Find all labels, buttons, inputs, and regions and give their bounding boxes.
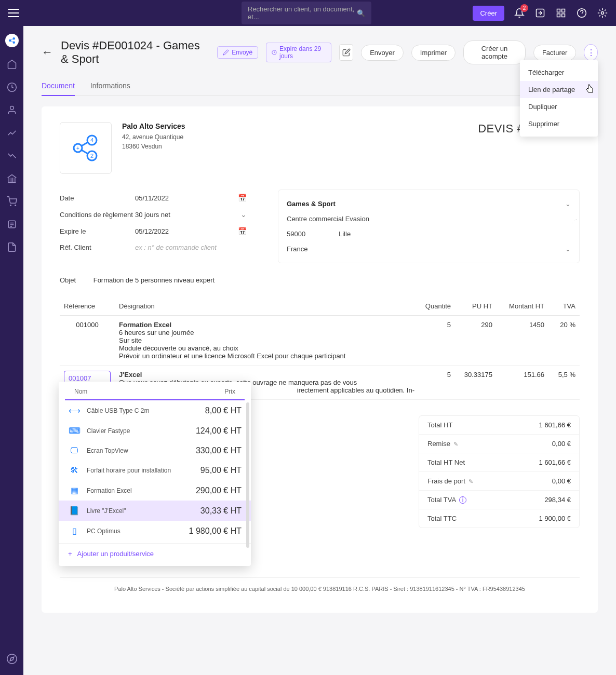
date-value[interactable]: 05/11/2022 <box>135 194 238 202</box>
help-icon[interactable] <box>576 7 587 19</box>
terms-value[interactable]: 30 jours net <box>135 211 240 219</box>
chevron-down-icon[interactable]: ⌄ <box>240 210 247 219</box>
print-button[interactable]: Imprimer <box>411 45 456 61</box>
dashboard-icon[interactable] <box>6 82 18 93</box>
edit-icon[interactable]: ✎ <box>468 478 473 484</box>
client-postal[interactable]: 59000 <box>287 230 339 238</box>
company-name: Palo Alto Services <box>122 122 185 130</box>
autocomplete-panel: Nom Prix ⟷Câble USB Type C 2m8,00 € HT ⌨… <box>59 382 251 566</box>
tabs: Document Informations Reste à <box>42 76 598 96</box>
line-title: Formation Excel <box>119 321 414 329</box>
tab-document[interactable]: Document <box>42 76 75 96</box>
cell-unit[interactable]: 30.33175 <box>455 366 497 400</box>
bank-icon[interactable] <box>6 173 18 184</box>
edit-icon[interactable]: ✎ <box>453 441 458 447</box>
cell-tva[interactable]: 20 % <box>548 316 580 366</box>
search-placeholder: Rechercher un client, un document, et... <box>248 5 357 21</box>
objet-label: Objet <box>60 276 76 284</box>
cell-qty[interactable]: 5 <box>419 366 455 400</box>
menu-item-download[interactable]: Télécharger <box>520 64 598 81</box>
ac-item-name: Formation Excel <box>87 487 132 494</box>
trending-icon[interactable] <box>6 150 18 161</box>
cell-ref[interactable]: 001000 <box>60 316 115 366</box>
client-city[interactable]: Lille <box>339 230 351 238</box>
svg-line-10 <box>10 39 13 40</box>
more-button[interactable]: ⋮ <box>584 44 598 61</box>
invoice-button[interactable]: Facturer <box>533 45 576 61</box>
objet-value[interactable]: Formation de 5 personnes niveau expert <box>93 276 215 284</box>
search-input[interactable]: Rechercher un client, un document, et...… <box>242 2 371 24</box>
users-icon[interactable] <box>6 104 18 116</box>
list-item[interactable]: ▯PC Optimus1 980,00 € HT <box>59 521 251 541</box>
file-icon[interactable] <box>6 241 18 253</box>
expire-value[interactable]: 05/12/2022 <box>135 227 238 235</box>
back-arrow-icon[interactable]: ← <box>42 46 53 59</box>
list-item[interactable]: 🛠Forfait horaire pour installation95,00 … <box>59 461 251 480</box>
cell-unit[interactable]: 290 <box>455 316 497 366</box>
info-icon[interactable]: i <box>459 496 466 504</box>
status-expire-label: Expire dans 29 jours <box>279 45 326 60</box>
cell-tva[interactable]: 5,5 % <box>548 366 580 400</box>
cell-qty[interactable]: 5 <box>419 316 455 366</box>
list-item[interactable]: ⌨Clavier Fastype124,00 € HT <box>59 421 251 441</box>
export-icon[interactable] <box>534 7 546 19</box>
menu-item-duplicate[interactable]: Dupliquer <box>520 98 598 115</box>
th-unit: PU HT <box>455 297 497 316</box>
svg-point-8 <box>12 37 15 40</box>
objet-row: Objet Formation de 5 personnes niveau ex… <box>60 276 580 284</box>
client-name[interactable]: Games & Sport <box>287 200 336 208</box>
plus-icon: + <box>68 550 72 558</box>
cell-desig[interactable]: Formation Excel 6 heures sur une journée… <box>115 316 419 366</box>
send-button[interactable]: Envoyer <box>361 45 404 61</box>
shipping-label: Frais de port✎ <box>427 477 473 485</box>
activity-icon[interactable] <box>6 127 18 139</box>
usb-icon: ⟷ <box>68 406 81 415</box>
status-badge-sent: Envoyé <box>217 46 258 59</box>
create-button[interactable]: Créer <box>473 6 504 21</box>
deposit-button[interactable]: Créer un acompte <box>463 40 526 64</box>
notification-badge: 2 <box>520 4 528 12</box>
gear-icon[interactable] <box>597 7 608 19</box>
chevron-down-icon[interactable]: ⌄ <box>565 200 571 208</box>
home-icon[interactable] <box>6 59 18 70</box>
ref-placeholder[interactable]: ex : n° de commande client <box>135 244 247 251</box>
logo-icon[interactable] <box>5 34 19 47</box>
total-ht-label: Total HT <box>427 421 452 429</box>
document-panel: +42 Palo Alto Services 42, avenue Quanti… <box>42 106 598 613</box>
page-header: ← Devis #DE001024 - Games & Sport Envoyé… <box>42 39 598 66</box>
left-info-column: Date 05/11/2022 📅 Conditions de règlemen… <box>60 190 247 263</box>
svg-text:2: 2 <box>90 153 93 159</box>
menu-item-delete[interactable]: Supprimer <box>520 115 598 132</box>
calendar-icon[interactable]: 📅 <box>238 227 247 235</box>
ac-item-price: 290,00 € HT <box>196 486 242 495</box>
edit-button[interactable] <box>339 44 353 61</box>
tab-informations[interactable]: Informations <box>90 76 130 96</box>
list-item[interactable]: 🖵Ecran TopView330,00 € HT <box>59 441 251 461</box>
resize-icon[interactable]: ⋰ <box>572 218 577 224</box>
svg-text:4: 4 <box>90 137 93 143</box>
svg-point-5 <box>578 9 586 18</box>
status-badge-expire: Expire dans 29 jours <box>266 43 331 62</box>
autocomplete-add-button[interactable]: + Ajouter un produit/service <box>59 543 251 560</box>
list-item[interactable]: 📘Livre "J'Excel"30,33 € HT <box>59 501 251 521</box>
scrollbar[interactable] <box>246 402 249 548</box>
cart-icon[interactable] <box>6 196 18 207</box>
line-desc: 6 heures sur une journée <box>119 329 414 336</box>
cell-amount[interactable]: 1450 <box>497 316 548 366</box>
company-header: +42 Palo Alto Services 42, avenue Quanti… <box>60 122 580 174</box>
net-value: 1 601,66 € <box>539 458 571 466</box>
svg-point-6 <box>601 12 604 15</box>
client-address[interactable]: Centre commercial Evasion <box>287 215 369 223</box>
apps-icon[interactable] <box>555 7 567 19</box>
bell-icon[interactable]: 2 <box>514 7 525 19</box>
cell-amount[interactable]: 151.66 <box>497 366 548 400</box>
list-icon[interactable] <box>6 219 18 230</box>
table-row[interactable]: 001000 Formation Excel 6 heures sur une … <box>60 316 580 366</box>
list-item[interactable]: ⟷Câble USB Type C 2m8,00 € HT <box>59 400 251 421</box>
line-desc: Sur site <box>119 336 414 344</box>
menu-icon[interactable] <box>8 5 23 21</box>
list-item[interactable]: ▦Formation Excel290,00 € HT <box>59 480 251 501</box>
client-country[interactable]: France <box>287 245 307 253</box>
calendar-icon[interactable]: 📅 <box>238 194 247 202</box>
chevron-down-icon[interactable]: ⌄ <box>565 245 571 253</box>
